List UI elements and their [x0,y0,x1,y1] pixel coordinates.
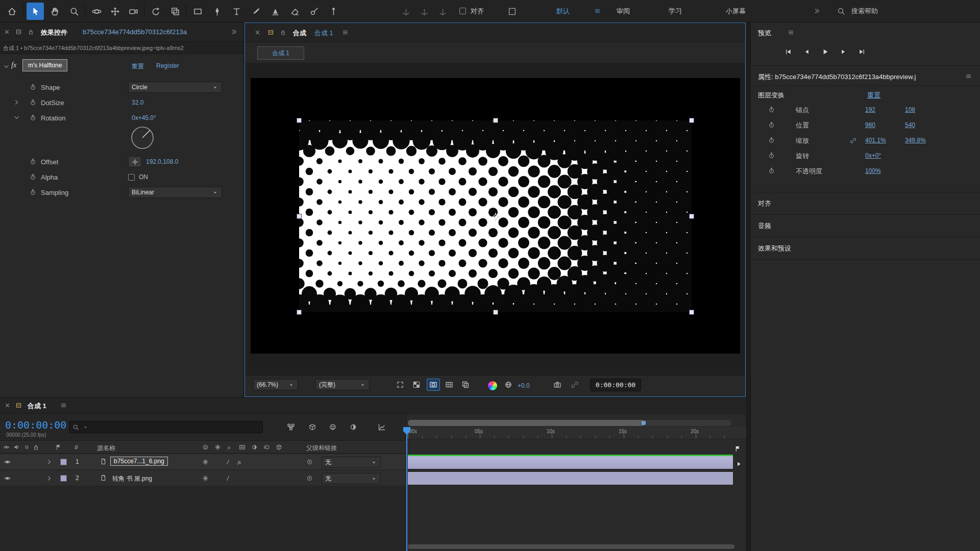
puppet-pin-tool[interactable] [325,3,342,20]
parent-pickwhip-icon[interactable] [306,459,313,465]
region-of-interest-icon[interactable] [396,381,404,389]
next-frame-button[interactable] [836,45,851,58]
parent-link-column-header[interactable]: 父级和链接 [306,444,337,453]
panel-grip-icon[interactable] [267,29,274,36]
quality-switch-icon[interactable] [225,475,231,482]
help-search-icon[interactable] [837,7,845,15]
source-name-column-header[interactable]: 源名称 [97,444,115,453]
stopwatch-icon[interactable] [768,152,775,159]
preview-timecode[interactable]: 0:00:00:00 [590,379,641,391]
last-frame-button[interactable] [854,45,869,58]
scale-y-value[interactable]: 349.8% [905,137,926,144]
effects-switch-icon[interactable]: fx [227,444,233,450]
effect-reset-link[interactable]: 重置 [132,62,144,71]
layer-bar-2[interactable] [408,472,733,485]
lock-column-icon[interactable] [33,444,39,450]
layer-expander-icon[interactable] [46,475,53,482]
quality-switch-icon[interactable] [239,444,246,450]
stopwatch-icon[interactable] [768,167,775,174]
position-x-value[interactable]: 960 [865,121,875,129]
offset-value[interactable]: 192.0,108.0 [146,158,178,165]
align-section-header[interactable]: 对齐 [751,192,980,214]
exposure-value[interactable]: +0.0 [518,382,530,389]
orbit-camera-tool[interactable] [88,3,105,20]
layer-bar-1[interactable] [408,456,733,469]
workspace-tab-learn[interactable]: 学习 [669,7,682,16]
shy-switch-icon[interactable] [202,444,209,450]
resolution-dropdown[interactable]: (完整) [315,379,370,390]
help-search-field[interactable]: 搜索帮助 [851,7,878,16]
current-time-indicator-line[interactable] [406,427,407,551]
layer-visibility-icon[interactable] [4,459,11,465]
dotsize-value[interactable]: 32.0 [132,99,143,106]
video-column-icon[interactable] [3,444,10,450]
layer-row-1[interactable]: 1 b75cce7...1_6.png fx 无 [0,454,406,470]
rotation-value[interactable]: 0x+45.0° [132,114,156,121]
type-tool[interactable] [228,3,245,20]
composition-nav-tab[interactable]: 合成 1 [257,46,304,60]
workspace-menu-icon[interactable] [594,8,601,14]
timeline-pan-scrollbar[interactable] [408,420,731,426]
transform-reset-link[interactable]: 重置 [867,91,880,100]
scale-x-value[interactable]: 401.1% [865,137,886,144]
graph-editor-icon[interactable] [378,423,386,431]
panel-grip-icon[interactable] [15,402,22,409]
frame-blend-icon[interactable] [349,423,357,431]
collapse-switch-icon[interactable] [202,459,209,465]
grid-options-icon[interactable] [461,381,470,389]
offset-point-picker[interactable] [128,156,141,167]
alpha-checkbox[interactable] [128,174,135,181]
dotsize-expander-icon[interactable] [13,99,20,106]
work-area-end-handle[interactable] [642,421,646,425]
frame-blend-switch-icon[interactable] [251,444,258,450]
magnification-dropdown[interactable]: (66.7%) [253,379,298,390]
more-workspaces-icon[interactable] [814,8,820,14]
hand-tool[interactable] [46,3,63,20]
workspace-tab-small-screen[interactable]: 小屏幕 [726,7,746,16]
rotation-expander-icon[interactable] [13,114,20,121]
label-column-icon[interactable] [55,444,62,450]
effect-register-link[interactable]: Register [156,62,179,69]
opacity-value[interactable]: 100% [865,167,881,174]
rotation-tool[interactable] [147,3,164,20]
composition-tab-name[interactable]: 合成 1 [314,29,333,38]
quality-switch-icon[interactable] [225,459,231,465]
stopwatch-icon[interactable] [30,189,36,195]
stopwatch-icon[interactable] [768,106,775,113]
pen-tool[interactable] [208,3,226,20]
preview-menu-icon[interactable] [788,29,794,36]
show-snapshot-icon[interactable] [571,381,579,389]
layer-row-2[interactable]: 2 转角 书 屋.png 无 [0,470,406,486]
comp-mini-flowchart-icon[interactable] [287,423,295,431]
home-button[interactable] [3,3,20,20]
panel-menu-icon[interactable] [342,29,349,36]
transparency-grid-icon[interactable] [412,381,421,389]
parent-dropdown[interactable]: 无 [322,457,381,468]
audio-section-header[interactable]: 音频 [751,214,980,237]
properties-panel-title[interactable]: 属性: b75cce734e774dd5b70312c6f213a4bbprev… [758,72,958,82]
scale-link-icon[interactable] [850,137,856,144]
composition-view[interactable] [251,78,740,354]
world-axis-mode[interactable] [415,3,433,20]
panel-title[interactable]: 合成 [293,29,306,38]
shape-tool[interactable] [189,3,206,20]
snap-options-button[interactable] [503,3,521,20]
motion-blur-switch-icon[interactable] [263,444,270,450]
panel-menu-icon[interactable] [60,402,67,409]
layer-handle-bottom-left[interactable] [297,310,302,315]
rotation-dial[interactable] [129,124,156,151]
composition-guides-icon[interactable] [445,381,453,389]
layer-label-swatch[interactable] [60,459,67,465]
panel-overflow-icon[interactable] [231,29,237,35]
previous-frame-button[interactable] [799,45,814,58]
layer-handle-top-left[interactable] [297,118,302,123]
timeline-search-box[interactable] [69,421,263,433]
channel-color-wheel-icon[interactable] [488,381,497,390]
anchor-y-value[interactable]: 108 [905,106,915,113]
snapshot-camera-icon[interactable] [553,381,561,389]
view-axis-mode[interactable] [434,3,451,20]
selection-tool[interactable] [27,3,44,20]
layer-source-name[interactable]: 转角 书 屋.png [112,474,152,483]
layer-handle-bottom-center[interactable] [493,310,498,315]
pan-behind-tool[interactable] [166,3,184,20]
